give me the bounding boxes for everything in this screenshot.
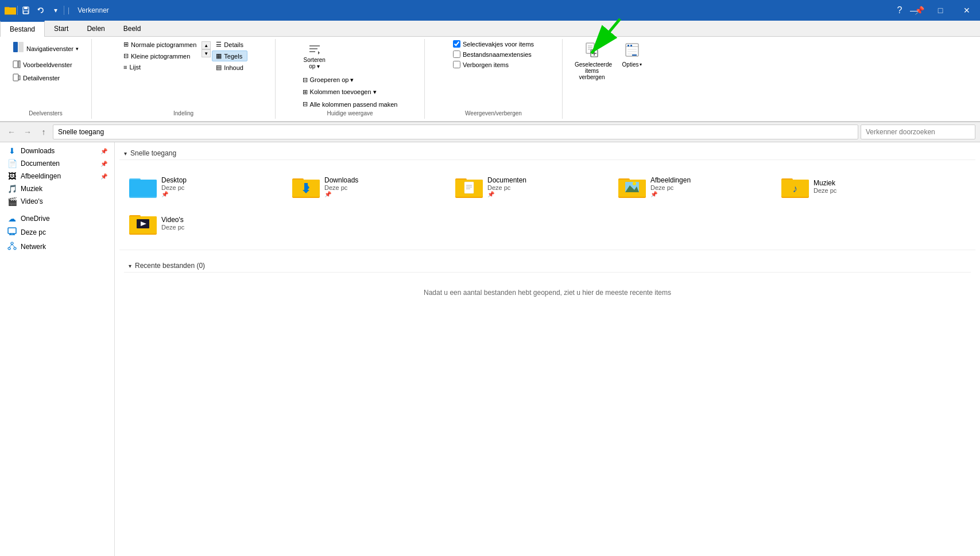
lijst-btn[interactable]: ≡ Lijst (119, 62, 200, 72)
sidebar-onedrive-label: OneDrive (21, 215, 50, 223)
qa-undo-btn[interactable] (34, 3, 48, 17)
address-input[interactable] (53, 125, 858, 139)
sidebar-deze-pc-label: Deze pc (21, 228, 46, 236)
videos-icon: 🎬 (7, 197, 17, 206)
navigatievenster-dropdown: ▾ (76, 46, 79, 52)
desktop-tile-name: Desktop (161, 176, 187, 184)
sidebar-item-videos[interactable]: 🎬 Video's (0, 195, 114, 208)
close-button[interactable]: ✕ (954, 0, 980, 21)
sidebar-item-downloads[interactable]: ⬇ Downloads 📌 (0, 145, 114, 157)
tegels-btn[interactable]: ▦ Tegels (212, 50, 247, 61)
svg-point-40 (14, 247, 16, 250)
sidebar: ⬇ Downloads 📌 📄 Documenten 📌 🖼 Afbeeldin… (0, 142, 115, 556)
inhoud-btn[interactable]: ▤ Inhoud (212, 62, 247, 73)
tab-beeld[interactable]: Beeld (114, 21, 150, 36)
groeperen-op-btn[interactable]: ⊟ Groeperen op ▾ (299, 75, 402, 85)
scroll-up-btn[interactable]: ▲ (202, 41, 211, 49)
sidebar-item-documenten[interactable]: 📄 Documenten 📌 (0, 157, 114, 170)
inhoud-label: Inhoud (224, 64, 243, 71)
selectievakjes-checkbox[interactable] (453, 40, 460, 48)
svg-rect-11 (13, 74, 18, 81)
bestandsnaamextensies-check[interactable]: Bestandsnaamextensies (450, 49, 537, 59)
qa-separator (17, 6, 18, 15)
alle-kolommen-btn[interactable]: ⊟ Alle kolommen passend maken (299, 99, 402, 110)
hw-col: Sorteren op ▾ ⊟ Groeperen op ▾ ⊞ Kolomme… (299, 39, 402, 110)
normale-pictogrammen-btn[interactable]: ⊞ Normale pictogrammen (119, 39, 200, 50)
svg-rect-9 (13, 61, 18, 68)
svg-point-38 (11, 242, 13, 244)
muziek-tile-info: Muziek Deze pc (814, 179, 836, 194)
sidebar-item-afbeeldingen[interactable]: 🖼 Afbeeldingen 📌 (0, 170, 114, 182)
svg-rect-4 (24, 7, 28, 9)
groeperen-op-label: Groeperen op ▾ (310, 76, 354, 84)
tile-muziek[interactable]: ♪ Muziek Deze pc (776, 169, 937, 204)
verborgen-items-checkbox[interactable] (453, 61, 460, 68)
scroll-down-btn[interactable]: ▼ (202, 49, 211, 57)
qa-dropdown-btn[interactable]: ▾ (49, 3, 63, 17)
sorteren-op-btn[interactable]: Sorteren op ▾ (299, 40, 331, 72)
detailvenster-btn[interactable]: Detailvenster (9, 72, 83, 84)
nav-back-btn[interactable]: ← (5, 125, 18, 139)
quick-access-header: ▾ Snelle toegang (119, 147, 975, 160)
maximize-button[interactable]: □ (927, 0, 954, 21)
tiles-grid: Desktop Deze pc 📌 (119, 165, 975, 245)
ribbon-group-opties: Geselecteerde items verbergen (563, 39, 654, 119)
downloads-tile-info: Downloads Deze pc 📌 (324, 176, 358, 197)
indeling-label: Indeling (92, 110, 275, 116)
bestandsnaamextensies-checkbox[interactable] (453, 50, 460, 58)
svg-rect-5 (24, 11, 28, 14)
kleine-pictogrammen-btn[interactable]: ⊟ Kleine pictogrammen (119, 50, 200, 61)
opties-btn[interactable]: Opties ▾ (618, 39, 646, 71)
ribbon-group-deelvensters: Navigatievenster ▾ Voorbeeldvenster De (0, 39, 92, 119)
tile-afbeeldingen[interactable]: Afbeeldingen Deze pc 📌 (613, 169, 774, 204)
selectievakjes-check[interactable]: Selectievakjes voor items (450, 39, 537, 49)
ribbon-content: Navigatievenster ▾ Voorbeeldvenster De (0, 37, 980, 122)
nav-forward-btn[interactable]: → (21, 125, 34, 139)
svg-point-39 (8, 247, 10, 250)
sidebar-item-muziek[interactable]: 🎵 Muziek (0, 182, 114, 195)
geselecteerde-items-btn[interactable]: Geselecteerde items verbergen (571, 39, 613, 83)
voorbeeldvenster-btn[interactable]: Voorbeeldvenster (9, 59, 83, 71)
kolommen-toevoegen-btn[interactable]: ⊞ Kolommen toevoegen ▾ (299, 87, 402, 98)
tile-desktop[interactable]: Desktop Deze pc 📌 (124, 169, 285, 204)
lijst-icon: ≡ (123, 64, 127, 71)
sidebar-item-deze-pc[interactable]: Deze pc (0, 225, 114, 239)
kleine-pictogrammen-icon: ⊟ (123, 52, 129, 60)
geselecteerde-label: Geselecteerde items verbergen (575, 61, 609, 80)
svg-rect-50 (304, 183, 308, 191)
minimize-button[interactable]: — (901, 0, 927, 21)
tile-documenten[interactable]: Documenten Deze pc 📌 (450, 169, 611, 204)
sidebar-documenten-label: Documenten (21, 160, 60, 168)
muziek-icon: 🎵 (7, 184, 17, 193)
sidebar-afbeeldingen-label: Afbeeldingen (21, 172, 61, 180)
svg-text:♪: ♪ (793, 183, 798, 195)
recent-toggle[interactable]: ▾ (129, 263, 131, 269)
verborgen-items-check[interactable]: Verborgen items (450, 60, 537, 69)
quick-access-toggle[interactable]: ▾ (124, 150, 127, 157)
tab-delen[interactable]: Delen (78, 21, 114, 36)
kolommen-icon: ⊞ (303, 88, 308, 96)
sidebar-item-netwerk[interactable]: Netwerk (0, 239, 114, 254)
main-layout: ⬇ Downloads 📌 📄 Documenten 📌 🖼 Afbeeldin… (0, 142, 980, 556)
sidebar-videos-label: Video's (21, 197, 43, 205)
huidige-weergave-label: Huidige weergave (276, 110, 424, 116)
tile-downloads[interactable]: Downloads Deze pc 📌 (287, 169, 448, 204)
quick-access-toolbar: ▾ (5, 3, 64, 17)
tab-bestand[interactable]: Bestand (0, 21, 45, 37)
recent-files-title: Recente bestanden (0) (135, 262, 205, 270)
details-btn[interactable]: ☰ Details (212, 39, 247, 50)
nav-up-btn[interactable]: ↑ (37, 125, 51, 139)
sidebar-netwerk-label: Netwerk (21, 243, 46, 251)
deze-pc-icon (7, 227, 17, 238)
desktop-tile-sub: Deze pc (161, 184, 187, 191)
navigatievenster-btn[interactable]: Navigatievenster ▾ (9, 39, 83, 58)
qa-save-btn[interactable] (19, 3, 33, 17)
svg-line-41 (9, 244, 12, 247)
recent-section: ▾ Recente bestanden (0) Nadat u een aant… (119, 255, 975, 313)
tile-videos[interactable]: Video's Deze pc (124, 206, 285, 240)
tab-start[interactable]: Start (45, 21, 78, 36)
sidebar-item-onedrive[interactable]: ☁ OneDrive (0, 212, 114, 225)
videos-folder-icon (129, 209, 157, 237)
search-input[interactable] (861, 125, 975, 139)
sorteren-op-label: Sorteren (304, 57, 326, 63)
